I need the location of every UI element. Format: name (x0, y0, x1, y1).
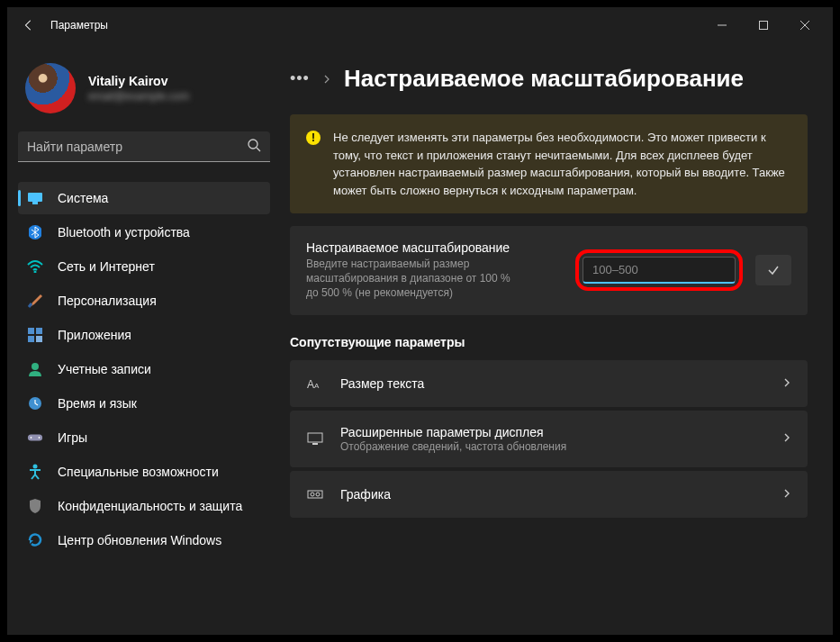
nav: СистемаBluetooth и устройстваСеть и Инте… (18, 182, 270, 556)
sidebar-item-label: Учетные записи (58, 362, 151, 376)
sidebar-item-person[interactable]: Учетные записи (18, 353, 270, 385)
chevron-right-icon (782, 430, 791, 447)
svg-text:A: A (314, 382, 320, 390)
setting-desc: Введите настраиваемый размер масштабиров… (306, 257, 513, 301)
svg-rect-12 (28, 434, 42, 440)
brush-icon (27, 293, 43, 309)
related-desc: Отображение сведений, частота обновления (340, 440, 766, 453)
sidebar-item-apps[interactable]: Приложения (18, 319, 270, 351)
svg-rect-6 (28, 328, 34, 334)
monitor-icon (27, 190, 43, 206)
svg-rect-18 (308, 433, 322, 442)
svg-point-13 (31, 437, 32, 439)
svg-rect-3 (32, 202, 38, 204)
sidebar-item-clock[interactable]: Время и язык (18, 387, 270, 420)
sidebar-item-label: Сеть и Интернет (58, 259, 155, 274)
sidebar-item-bluetooth[interactable]: Bluetooth и устройства (18, 216, 270, 249)
profile[interactable]: Vitaliy Kairov email@example.com (18, 43, 270, 131)
chevron-right-icon (782, 375, 791, 392)
sidebar-item-gamepad[interactable]: Игры (18, 421, 270, 454)
svg-point-21 (311, 493, 314, 496)
sidebar-item-update[interactable]: Центр обновления Windows (18, 524, 270, 556)
gpu-icon (306, 485, 324, 503)
minimize-button[interactable] (701, 11, 743, 40)
chevron-right-icon (322, 71, 331, 87)
svg-point-14 (39, 437, 41, 439)
text-icon: AA (306, 375, 324, 393)
related-item-gpu[interactable]: Графика (290, 471, 808, 518)
search-icon (247, 138, 261, 156)
gamepad-icon (27, 430, 43, 446)
setting-title: Настраиваемое масштабирование (306, 240, 575, 255)
svg-point-10 (32, 363, 39, 370)
clock-icon (27, 395, 43, 411)
sidebar-item-label: Центр обновления Windows (58, 533, 221, 547)
back-button[interactable] (14, 11, 43, 40)
sidebar-item-brush[interactable]: Персонализация (18, 285, 270, 317)
window-title: Параметры (50, 19, 108, 32)
shield-icon (27, 498, 43, 514)
accessibility-icon (27, 464, 43, 480)
warning-card: ! Не следует изменять эти параметры без … (290, 114, 808, 213)
person-icon (27, 361, 43, 377)
sidebar-item-monitor[interactable]: Система (18, 182, 270, 214)
sidebar-item-wifi[interactable]: Сеть и Интернет (18, 250, 270, 283)
svg-rect-20 (308, 491, 322, 498)
svg-point-15 (33, 465, 38, 469)
sidebar-item-accessibility[interactable]: Специальные возможности (18, 456, 270, 488)
update-icon (27, 532, 43, 548)
sidebar-item-label: Игры (58, 430, 87, 445)
avatar (25, 63, 76, 113)
display-icon (306, 430, 324, 448)
related-title: Графика (340, 487, 766, 502)
bluetooth-icon (27, 224, 43, 240)
related-title: Расширенные параметры дисплея (340, 425, 766, 439)
profile-name: Vitaliy Kairov (88, 74, 189, 88)
sidebar-item-shield[interactable]: Конфиденциальность и защита (18, 490, 270, 522)
related-item-text[interactable]: AA Размер текста (290, 360, 808, 407)
highlight-box (575, 249, 743, 291)
svg-rect-2 (28, 193, 42, 202)
related-item-display[interactable]: Расширенные параметры дисплея Отображени… (290, 411, 808, 467)
page-title: Настраиваемое масштабирование (344, 65, 744, 93)
sidebar: Vitaliy Kairov email@example.com Система… (7, 43, 281, 635)
breadcrumb: ••• Настраиваемое масштабирование (290, 65, 808, 93)
chevron-right-icon (782, 486, 791, 502)
scale-input[interactable] (583, 257, 736, 284)
sidebar-item-label: Время и язык (58, 396, 137, 411)
warning-text: Не следует изменять эти параметры без не… (333, 129, 791, 199)
sidebar-item-label: Bluetooth и устройства (58, 225, 190, 240)
svg-text:A: A (307, 378, 314, 390)
sidebar-item-label: Конфиденциальность и защита (58, 499, 242, 513)
svg-rect-7 (36, 328, 42, 334)
svg-point-1 (248, 140, 257, 149)
custom-scaling-card: Настраиваемое масштабирование Введите на… (290, 226, 808, 315)
search-box[interactable] (18, 131, 270, 162)
apply-button[interactable] (755, 255, 791, 285)
wifi-icon (27, 258, 43, 275)
breadcrumb-more-icon[interactable]: ••• (290, 69, 310, 88)
sidebar-item-label: Система (58, 191, 108, 205)
svg-point-5 (34, 271, 37, 274)
sidebar-item-label: Персонализация (58, 294, 157, 308)
search-input[interactable] (27, 140, 247, 154)
profile-email: email@example.com (88, 90, 189, 103)
svg-rect-0 (760, 22, 768, 30)
maximize-button[interactable] (743, 11, 784, 40)
main: ••• Настраиваемое масштабирование ! Не с… (281, 43, 833, 635)
svg-point-22 (316, 493, 320, 496)
titlebar: Параметры (7, 7, 833, 43)
svg-rect-19 (312, 443, 318, 445)
svg-rect-8 (28, 336, 34, 342)
close-button[interactable] (784, 11, 826, 40)
related-header: Сопутствующие параметры (290, 335, 808, 349)
sidebar-item-label: Специальные возможности (58, 465, 219, 479)
sidebar-item-label: Приложения (58, 328, 131, 342)
related-title: Размер текста (340, 376, 766, 391)
warning-icon: ! (306, 131, 321, 145)
apps-icon (27, 327, 43, 343)
svg-rect-9 (36, 336, 42, 342)
